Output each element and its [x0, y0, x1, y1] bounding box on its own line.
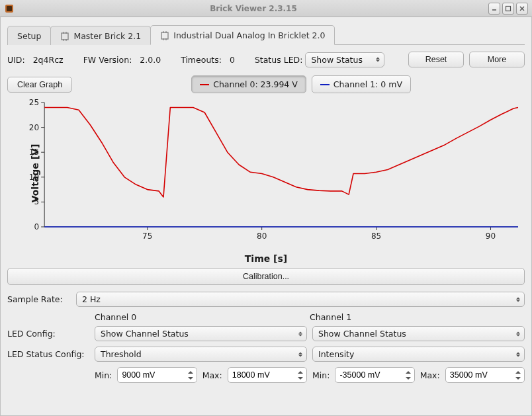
tab-label: Industrial Dual Analog In Bricklet 2.0 [173, 30, 325, 40]
svg-text:85: 85 [371, 231, 381, 241]
channel1-min-spinbox[interactable] [335, 367, 414, 383]
dropdown-icon [376, 58, 380, 62]
clear-graph-button[interactable]: Clear Graph [7, 77, 72, 93]
dropdown-icon [516, 331, 520, 336]
minimize-button[interactable] [488, 3, 500, 15]
led-status-config-label: LED Status Config: [7, 349, 89, 359]
channel1-toggle[interactable]: Channel 1: 0 mV [312, 75, 411, 93]
led-config-channel0-select[interactable]: Show Channel Status [95, 326, 307, 341]
svg-text:75: 75 [142, 231, 152, 241]
sample-rate-select[interactable]: 2 Hz [76, 292, 525, 307]
status-led-select[interactable]: Show Status [305, 52, 384, 67]
channel0-min-input[interactable] [122, 370, 184, 380]
channel1-max-input[interactable] [450, 370, 512, 380]
uid-value: 2q4Rcz [33, 55, 64, 65]
spinner-arrows-icon [296, 369, 304, 381]
select-value: Threshold [101, 349, 142, 359]
calibration-button[interactable]: Calibration... [7, 268, 525, 285]
tab-industrial-dual-analog-in[interactable]: Industrial Dual Analog In Bricklet 2.0 [150, 25, 335, 45]
y-axis-label: Voltage [V] [30, 144, 40, 203]
x-axis-label: Time [s] [7, 253, 525, 264]
channel0-min-spinbox[interactable] [117, 367, 197, 383]
dropdown-icon [516, 352, 520, 356]
led-status-config-channel1-select[interactable]: Intensity [312, 347, 525, 362]
device-icon [160, 31, 169, 40]
dropdown-icon [298, 331, 302, 336]
led-config-channel1-select[interactable]: Show Channel Status [312, 326, 525, 341]
spinner-arrows-icon [404, 369, 412, 381]
fw-version-label: FW Version: [83, 55, 132, 65]
channel1-min-input[interactable] [339, 370, 402, 380]
reset-button[interactable]: Reset [408, 52, 464, 67]
channel-headers: Channel 0 Channel 1 [7, 312, 525, 322]
tab-master-brick[interactable]: Master Brick 2.1 [50, 26, 151, 45]
fw-version-value: 2.0.0 [140, 55, 161, 65]
app-body: Setup Master Brick 2.1 Industrial Dual A… [0, 17, 532, 416]
dropdown-icon [516, 297, 520, 302]
max-label: Max: [202, 370, 222, 380]
svg-text:90: 90 [486, 231, 496, 241]
channel1-max-spinbox[interactable] [445, 367, 525, 383]
spinner-arrows-icon [514, 369, 522, 381]
legend-line-icon [200, 84, 209, 85]
info-bar: UID: 2q4Rcz FW Version: 2.0.0 Timeouts: … [7, 52, 525, 67]
channel0-max-input[interactable] [232, 370, 294, 380]
led-status-config-channel0-select[interactable]: Threshold [95, 347, 307, 362]
channel0-max-spinbox[interactable] [228, 367, 307, 383]
svg-rect-6 [62, 33, 68, 40]
close-button[interactable] [516, 3, 528, 15]
uid-label: UID: [7, 55, 25, 65]
graph-toolbar: Clear Graph Channel 0: 23.994 V Channel … [7, 75, 525, 93]
tab-label: Master Brick 2.1 [73, 31, 141, 41]
tab-setup[interactable]: Setup [7, 26, 51, 45]
led-config-label: LED Config: [7, 329, 89, 339]
svg-rect-11 [161, 32, 168, 39]
voltage-time-plot: Voltage [V] 051015202575808590 [7, 97, 525, 249]
timeouts-value: 0 [230, 55, 235, 65]
channel0-toggle[interactable]: Channel 0: 23.994 V [191, 75, 306, 93]
min-label: Min: [95, 370, 112, 380]
status-led-value: Show Status [311, 55, 363, 65]
dropdown-icon [298, 352, 302, 356]
timeouts-label: Timeouts: [181, 55, 222, 65]
svg-rect-3 [506, 6, 511, 11]
min-label: Min: [312, 370, 330, 380]
svg-text:25: 25 [29, 98, 39, 107]
channel1-label: Channel 1: 0 mV [333, 79, 402, 89]
svg-text:80: 80 [257, 231, 267, 241]
spinner-arrows-icon [187, 369, 195, 381]
svg-text:20: 20 [29, 123, 39, 132]
sample-rate-label: Sample Rate: [7, 294, 71, 304]
titlebar: Brick Viewer 2.3.15 [0, 0, 532, 17]
select-value: Show Channel Status [318, 329, 406, 339]
more-button[interactable]: More [469, 52, 525, 67]
status-led-label: Status LED: [255, 55, 303, 65]
max-label: Max: [420, 370, 440, 380]
select-value: Intensity [318, 349, 354, 359]
window-title: Brick Viewer 2.3.15 [19, 4, 488, 13]
channel1-header: Channel 1 [310, 312, 525, 322]
tab-bar: Setup Master Brick 2.1 Industrial Dual A… [7, 22, 525, 45]
sample-rate-value: 2 Hz [82, 294, 101, 304]
select-value: Show Channel Status [101, 329, 189, 339]
maximize-button[interactable] [502, 3, 514, 15]
channel0-header: Channel 0 [95, 312, 310, 322]
legend-line-icon [320, 84, 330, 85]
svg-rect-1 [7, 6, 12, 11]
svg-text:0: 0 [34, 222, 39, 231]
tab-label: Setup [17, 31, 41, 41]
app-icon [4, 3, 15, 14]
channel0-label: Channel 0: 23.994 V [213, 79, 298, 89]
device-icon [60, 32, 69, 41]
